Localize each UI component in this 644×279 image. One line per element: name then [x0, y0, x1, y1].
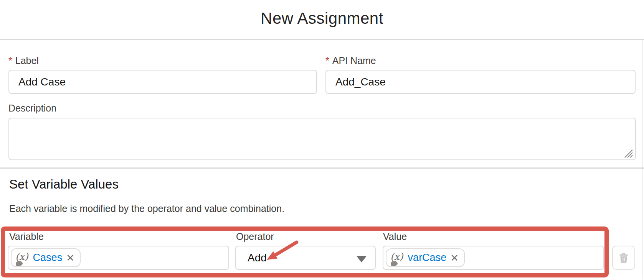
- operator-select[interactable]: Add: [235, 246, 376, 270]
- variable-pill[interactable]: (x) Cases ✕: [11, 248, 81, 267]
- operator-selected-value: Add: [238, 252, 267, 264]
- api-name-field-label: *API Name: [325, 55, 376, 66]
- value-pill[interactable]: (x) varCase ✕: [386, 248, 465, 267]
- label-field-label-text: Label: [15, 55, 39, 66]
- value-pill-remove-icon[interactable]: ✕: [450, 253, 459, 263]
- dialog-title: New Assignment: [0, 9, 644, 28]
- section-divider: [0, 167, 644, 169]
- delete-row-button[interactable]: [612, 246, 635, 270]
- section-helper-text: Each variable is modified by the operato…: [9, 203, 284, 214]
- trash-icon: [618, 252, 630, 264]
- section-heading: Set Variable Values: [9, 177, 119, 192]
- new-assignment-dialog: New Assignment *Label *API Name Descript…: [0, 0, 644, 279]
- variable-pill-label: Cases: [33, 252, 63, 264]
- description-textarea[interactable]: [8, 118, 636, 160]
- description-field-label-text: Description: [8, 103, 56, 113]
- variable-resource-icon: (x): [15, 252, 29, 264]
- api-name-input-wrap: [325, 70, 636, 94]
- label-input[interactable]: [8, 70, 317, 94]
- value-combobox[interactable]: (x) varCase ✕: [383, 246, 604, 270]
- description-field-label: Description: [8, 102, 56, 114]
- dropdown-arrow-icon: [357, 256, 367, 263]
- value-pill-label: varCase: [408, 252, 447, 264]
- variable-combobox[interactable]: (x) Cases ✕: [8, 246, 229, 270]
- value-column-label: Value: [383, 231, 407, 242]
- variable-pill-remove-icon[interactable]: ✕: [66, 253, 74, 263]
- header-divider: [0, 39, 644, 40]
- api-name-field-label-text: API Name: [332, 55, 376, 66]
- panel-right-edge: [642, 40, 643, 279]
- label-field-label: *Label: [8, 55, 39, 66]
- required-marker: *: [8, 55, 12, 66]
- operator-column-label: Operator: [236, 231, 274, 242]
- variable-resource-icon: (x): [390, 252, 404, 264]
- required-marker: *: [325, 55, 329, 66]
- variable-column-label: Variable: [9, 231, 44, 242]
- api-name-input[interactable]: [325, 70, 636, 94]
- label-input-wrap: [8, 70, 317, 94]
